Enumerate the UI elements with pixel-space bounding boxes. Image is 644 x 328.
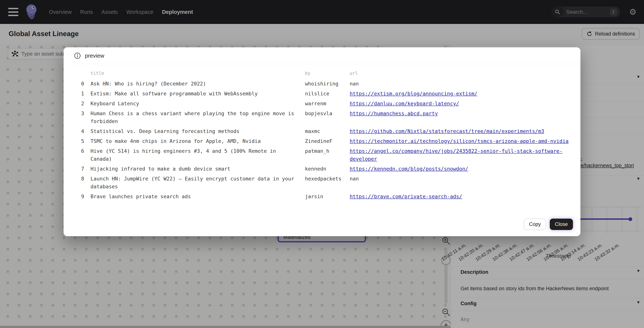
copy-button[interactable]: Copy xyxy=(524,218,546,230)
cell-title: Statistical vs. Deep Learning forecastin… xyxy=(90,127,299,135)
table-row: 6Hive (YC S14) is hiring engineers #3, 4… xyxy=(64,147,580,163)
table-row: 8Launch HN: JumpWire (YC W22) – Easily e… xyxy=(64,175,580,190)
row-index: 4 xyxy=(70,127,84,135)
table-row: 9Brave launches private search adsjarsin… xyxy=(64,192,580,200)
cell-by: warrenm xyxy=(305,100,343,108)
table-row: 1Extism: Make all software programmable … xyxy=(64,90,580,98)
column-header-title: title xyxy=(90,70,299,77)
table-row: 3Human Chess is a chess variant where pl… xyxy=(64,110,580,125)
cell-title: Keyboard Latency xyxy=(90,100,299,108)
cell-by: maxmc xyxy=(305,127,343,135)
url-link[interactable]: https://techmonitor.ai/technology/silico… xyxy=(350,138,568,144)
row-index: 5 xyxy=(70,137,84,145)
row-index: 8 xyxy=(70,175,84,190)
preview-dialog-header: preview xyxy=(64,47,580,64)
cell-url: https://github.com/Nixtla/statsforecast/… xyxy=(350,127,580,135)
cell-title: Hive (YC S14) is hiring engineers #3, 4 … xyxy=(90,147,299,163)
cell-url: https://danluu.com/keyboard-latency/ xyxy=(350,100,580,108)
cell-url: https://angel.co/company/hive/jobs/24358… xyxy=(350,147,580,163)
cell-by: ZinedineF xyxy=(305,137,343,145)
cell-title: Launch HN: JumpWire (YC W22) – Easily en… xyxy=(90,175,299,190)
table-row: 5TSMC to make 4nm chips in Arizona for A… xyxy=(64,137,580,145)
preview-dialog: preview title by url 0Ask HN: Who is hir… xyxy=(64,47,580,236)
cell-url: https://kennedn.com/blog/posts/snowdon/ xyxy=(350,165,580,173)
cell-title: Human Chess is a chess variant where pla… xyxy=(90,110,299,125)
cell-by: kennedn xyxy=(305,165,343,173)
row-index: 0 xyxy=(70,80,84,88)
row-index: 3 xyxy=(70,110,84,125)
url-link[interactable]: https://kennedn.com/blog/posts/snowdon/ xyxy=(350,166,468,172)
cell-by: hexedpackets xyxy=(305,175,343,190)
cell-title: Ask HN: Who is hiring? (December 2022) xyxy=(90,80,299,88)
cell-by: bopjesvla xyxy=(305,110,343,125)
cell-url: https://humanchess.abcd.party xyxy=(350,110,580,125)
cell-title: Hijacking infrared to make a dumb device… xyxy=(90,165,299,173)
url-link[interactable]: https://humanchess.abcd.party xyxy=(350,110,438,116)
table-row: 7Hijacking infrared to make a dumb devic… xyxy=(64,165,580,173)
preview-table: title by url 0Ask HN: Who is hiring? (De… xyxy=(64,70,580,202)
row-index: 6 xyxy=(70,147,84,163)
cell-by: patman_h xyxy=(305,147,343,163)
column-header-by: by xyxy=(305,70,343,77)
cell-url: nan xyxy=(350,175,580,190)
url-link[interactable]: https://angel.co/company/hive/jobs/24358… xyxy=(350,148,562,162)
preview-table-header: title by url xyxy=(64,70,580,77)
table-row: 4Statistical vs. Deep Learning forecasti… xyxy=(64,127,580,135)
cell-by: nilslice xyxy=(305,90,343,98)
table-row: 2Keyboard Latencywarrenmhttps://danluu.c… xyxy=(64,100,580,108)
info-icon xyxy=(74,52,81,59)
row-index: 1 xyxy=(70,90,84,98)
row-index: 2 xyxy=(70,100,84,108)
cell-url: https://brave.com/private-search-ads/ xyxy=(350,192,580,200)
close-button[interactable]: Close xyxy=(550,218,573,230)
row-index: 9 xyxy=(70,192,84,200)
table-row: 0Ask HN: Who is hiring? (December 2022)w… xyxy=(64,80,580,88)
cell-by: whoishiring xyxy=(305,80,343,88)
url-link[interactable]: https://brave.com/private-search-ads/ xyxy=(350,194,462,199)
cell-title: TSMC to make 4nm chips in Arizona for Ap… xyxy=(90,137,299,145)
preview-dialog-title: preview xyxy=(85,52,104,59)
cell-url: https://techmonitor.ai/technology/silico… xyxy=(350,137,580,145)
cell-title: Extism: Make all software programmable w… xyxy=(90,90,299,98)
cell-url: nan xyxy=(350,80,580,88)
row-index: 7 xyxy=(70,165,84,173)
cell-title: Brave launches private search ads xyxy=(90,192,299,200)
url-link[interactable]: https://danluu.com/keyboard-latency/ xyxy=(350,100,459,106)
url-link[interactable]: https://github.com/Nixtla/statsforecast/… xyxy=(350,128,544,134)
url-link[interactable]: https://extism.org/blog/announcing-extis… xyxy=(350,91,478,96)
cell-by: jarsin xyxy=(305,192,343,200)
column-header-url: url xyxy=(350,70,580,77)
cell-url: https://extism.org/blog/announcing-extis… xyxy=(350,90,580,98)
